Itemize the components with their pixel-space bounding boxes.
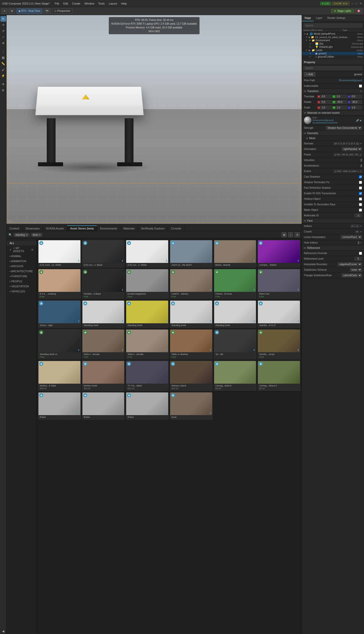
asset-item-24[interactable]: ◆ Medica...d Table $39.00 — [38, 361, 81, 391]
tree-eye-gc[interactable]: 👁 — [309, 56, 311, 58]
tree-eye-cs[interactable]: 👁 — [305, 36, 308, 38]
viewport[interactable]: FPS: 48.93, Frame time: 20.44 ms NVIDIA … — [7, 15, 302, 224]
mesh-section[interactable]: ▼ Mesh — [302, 136, 364, 141]
asset-item-32[interactable]: ◆ ⬇ Robot — [126, 392, 168, 420]
asset-item-8[interactable]: ◆ ⬇ Kondai Megaclock Free — [126, 269, 168, 299]
asset-item-17[interactable]: ◆ ⬇ Standin...4"x1.5" — [258, 300, 300, 328]
translate-x-input[interactable] — [321, 95, 332, 98]
menu-layout[interactable]: Layout — [109, 2, 117, 5]
filter-btn[interactable]: ⊞ — [282, 232, 287, 237]
tree-eye-looks[interactable]: 👁 — [305, 49, 308, 52]
holdout-checkbox[interactable] — [359, 197, 362, 201]
paint-tool[interactable]: 🖌 — [1, 67, 6, 72]
counts-edit-icon[interactable]: ✏ — [360, 230, 362, 233]
asset-item-2[interactable]: ◆ ⬇ (CS) Asc...n, White — [126, 240, 168, 267]
tab-materials[interactable]: Materials — [120, 225, 138, 231]
strength-select[interactable]: Weaker than Descendents — [326, 126, 362, 130]
asset-item-0[interactable]: ◆ ⬇ (CS) Asce...ck, White — [38, 240, 81, 267]
tree-item-ground[interactable]: 👁 ▣ ground Mesh — [302, 52, 364, 55]
asset-item-6[interactable]: ◆ ⬇ E.T.A. ...amberg Free — [38, 269, 81, 299]
rtx-btn[interactable]: ◆ RTX - Real-Time — [16, 8, 42, 14]
tab-showcases[interactable]: Showcases — [23, 225, 43, 231]
tab-nvidia-assets[interactable]: NVIDIA Assets — [43, 225, 67, 231]
transform-reset-icon[interactable]: ↺ — [360, 90, 362, 93]
menu-file[interactable]: File — [55, 2, 59, 5]
hamburger-btn[interactable]: ≡ — [2, 8, 8, 14]
asset-item-25[interactable]: ◆ Modern Desk $39.00 — [82, 361, 125, 391]
interp-boundary-select[interactable]: edgeAndCorner — [338, 262, 362, 266]
tree-eye-dl[interactable]: 👁 — [309, 46, 311, 48]
material-arrow-icon[interactable]: ▶ — [360, 119, 362, 122]
tree-item-world[interactable]: 👁 ▶ 🌐 World (defaultPrim) Xform — [302, 32, 364, 35]
invisible-checkbox[interactable] — [359, 203, 362, 206]
scale-z-input[interactable] — [351, 106, 362, 109]
prop-add-btn[interactable]: + Add — [304, 72, 315, 76]
cache-badge[interactable]: CACHE: 0.0 ▸ — [332, 2, 350, 5]
sidebar-item-people[interactable]: • PEOPLE — [7, 279, 36, 284]
sidebar-item-vegetation[interactable]: • VEGETATION — [7, 284, 36, 289]
tab-console[interactable]: Console — [168, 225, 184, 231]
my-assets-settings-icon[interactable]: ⚙ — [31, 248, 33, 251]
asset-item-1[interactable]: ◆ ⬇ (CS) Asc...n, Black — [82, 240, 125, 267]
asset-item-33[interactable]: ◆ ⬇ hone — [170, 392, 212, 420]
translate-z-input[interactable] — [351, 95, 362, 98]
asset-item-13[interactable]: ◆ ⬇ Standing Desk — [82, 300, 125, 328]
rotate-z-input[interactable] — [351, 100, 362, 104]
filter-tool[interactable]: ⚙ — [1, 88, 6, 93]
close-search-btn[interactable]: ✕ — [295, 232, 300, 237]
select-tool[interactable]: ↖ — [1, 16, 6, 22]
material-link-icon[interactable]: 🔗 — [356, 119, 359, 122]
asset-item-23[interactable]: ◆ ⬇ Woode... props Free — [258, 329, 300, 359]
close-btn[interactable]: ✕ — [359, 2, 362, 5]
eye-tool[interactable]: 👁 — [1, 82, 6, 87]
snap-tool[interactable]: ⋮ — [1, 49, 6, 54]
rotate-tool[interactable]: ↺ — [1, 28, 6, 34]
tree-eye-sky[interactable]: 👁 — [309, 43, 311, 45]
tree-item-sky[interactable]: 👁 🌅 Sky DomeLight — [302, 42, 364, 45]
asset-item-20[interactable]: ◆ ⬇ Stela A...temala Free — [126, 329, 168, 359]
asset-item-28[interactable]: ◆ Carriag...drail M $3.00 — [214, 361, 256, 391]
refinement-level-input[interactable] — [354, 257, 362, 261]
camera-settings-btn[interactable]: 🎯 — [355, 8, 362, 14]
menu-window[interactable]: Window — [84, 2, 94, 5]
tree-item-environment[interactable]: 👁 ▼ 📁 Environment Xform — [302, 39, 364, 42]
orientation-select[interactable]: rightHanded — [342, 147, 362, 151]
tree-eye-ground[interactable]: 👁 — [309, 52, 311, 55]
menu-create[interactable]: Create — [72, 2, 80, 5]
instanceable-checkbox[interactable] — [359, 85, 362, 88]
asset-item-7[interactable]: ◆ ⬇ FEZIBO...k Black Free — [82, 269, 125, 299]
enable-sss-checkbox[interactable] — [359, 192, 362, 195]
measure-tool[interactable]: 📏 — [1, 61, 6, 66]
tab-render-settings[interactable]: Render Settings — [325, 15, 348, 21]
rotate-x-input[interactable] — [321, 100, 332, 104]
asset-item-31[interactable]: ◆ ⬇ Robot — [82, 392, 125, 420]
sidebar-item-architecture[interactable]: • ARCHITECTURE — [7, 269, 36, 274]
asset-item-19[interactable]: ◆ ⬇ Stela A...temala Free — [82, 329, 125, 359]
geometry-section[interactable]: ▼ Geometry — [302, 131, 364, 136]
property-panel[interactable]: + Add ground Prim Path /Environment/grou… — [302, 65, 364, 634]
sidebar-item-furniture[interactable]: • FURNITURE — [7, 274, 36, 279]
sidebar-item-vehicles[interactable]: • VEHICLES — [7, 289, 36, 294]
translate-y-input[interactable] — [336, 95, 347, 98]
camera-btn[interactable]: 📷 — [43, 8, 51, 14]
tab-layer[interactable]: Layer — [313, 15, 325, 21]
tab-stage[interactable]: Stage — [302, 15, 313, 21]
materials-section[interactable]: ▼ Materials on selected models — [302, 110, 364, 115]
multimatte-input[interactable] — [354, 214, 362, 217]
maximize-btn[interactable]: □ — [356, 2, 357, 5]
sort-btn[interactable]: ↕ — [288, 232, 293, 237]
sidebar-item-animal[interactable]: • ANIMAL — [7, 254, 36, 259]
settings-btn[interactable]: ⚙ — [9, 8, 15, 14]
cast-shadows-checkbox[interactable] — [359, 175, 362, 178]
asset-item-27[interactable]: ◆ Witness Stand $29.00 — [170, 361, 212, 391]
scale-x-input[interactable] — [321, 106, 332, 109]
tab-asset-stores[interactable]: Asset Stores (beta) — [67, 225, 97, 231]
minimize-btn[interactable]: ─ — [351, 2, 354, 5]
asset-item-15[interactable]: ◆ ⬇ Standing Desk — [170, 300, 212, 328]
physics-tool[interactable]: ⚡ — [1, 73, 6, 78]
tree-eye-world[interactable]: 👁 — [303, 33, 306, 35]
menu-tools[interactable]: Tools — [98, 2, 105, 5]
stage-lights-btn[interactable]: ☀ Stage Lights — [331, 9, 354, 13]
remove-tag-desk[interactable]: ✕ — [39, 233, 41, 236]
asset-item-11[interactable]: ◆ ⬇ Retro Fan Free — [258, 269, 300, 299]
